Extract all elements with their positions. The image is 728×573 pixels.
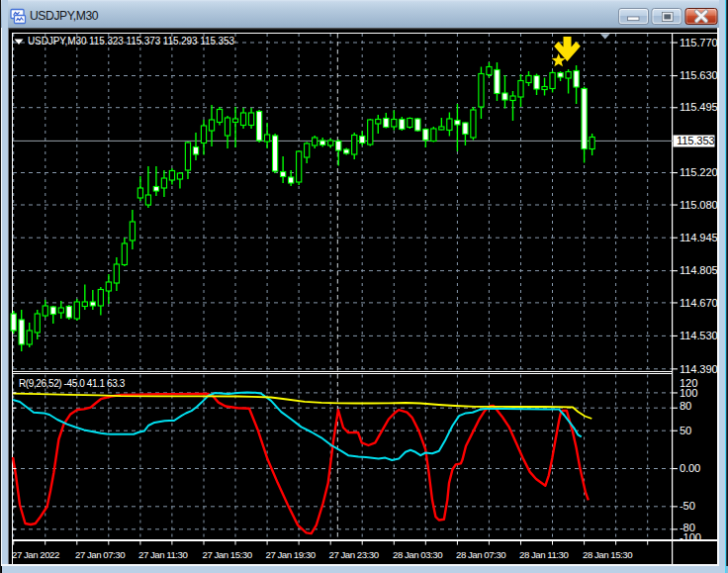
svg-text:27 Jan 15:30: 27 Jan 15:30 [203,549,253,560]
svg-text:114.390: 114.390 [680,363,718,375]
svg-text:114.945: 114.945 [680,232,718,243]
svg-text:28 Jan 15:30: 28 Jan 15:30 [583,549,633,560]
svg-text:27 Jan 11:30: 27 Jan 11:30 [138,549,188,560]
svg-text:114.530: 114.530 [680,330,718,341]
svg-text:0.00: 0.00 [680,462,700,474]
svg-text:115.220: 115.220 [680,166,718,178]
svg-text:28 Jan 03:30: 28 Jan 03:30 [393,549,443,560]
svg-text:115.495: 115.495 [680,101,718,113]
svg-text:-50: -50 [680,500,695,512]
svg-text:USDJPY,M30: USDJPY,M30 [30,9,99,23]
svg-text:115.770: 115.770 [680,37,718,48]
svg-text:28 Jan 07:30: 28 Jan 07:30 [456,549,506,560]
svg-text:-80: -80 [680,522,695,533]
svg-text:114.805: 114.805 [680,264,718,276]
svg-text:115.080: 115.080 [680,199,718,211]
svg-text:115.630: 115.630 [680,69,718,81]
svg-text:27 Jan 2022: 27 Jan 2022 [12,549,59,560]
svg-text:114.670: 114.670 [680,297,718,309]
svg-text:USDJPY,M30 115.323 115.373 115: USDJPY,M30 115.323 115.373 115.293 115.3… [28,36,234,47]
svg-text:R(9,26,52) -45.0 41.1 63.3: R(9,26,52) -45.0 41.1 63.3 [19,378,126,389]
svg-text:27 Jan 07:30: 27 Jan 07:30 [75,549,126,560]
svg-text:50: 50 [680,425,691,436]
svg-text:80: 80 [680,400,691,412]
svg-text:27 Jan 23:30: 27 Jan 23:30 [329,549,380,560]
svg-text:115.353: 115.353 [677,135,715,146]
svg-text:100: 100 [680,387,697,399]
svg-text:27 Jan 19:30: 27 Jan 19:30 [266,549,317,560]
svg-text:28 Jan 11:30: 28 Jan 11:30 [519,549,569,560]
